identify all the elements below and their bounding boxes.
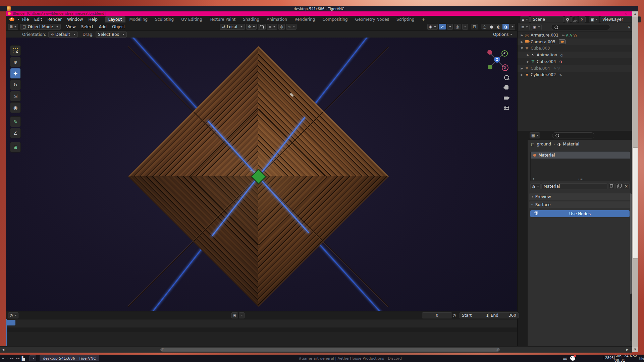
outliner-item-camera-005[interactable]: ▶Camera.005 [518, 39, 632, 45]
annotate-tool[interactable]: ✎ [10, 116, 21, 127]
keyboard-layout-indicator[interactable]: us [563, 356, 567, 361]
anim-gray-icon[interactable]: ∿ [553, 66, 556, 70]
outliner-item-cube-003[interactable]: ▼▼Cube.003 [518, 45, 632, 52]
workspace-tab-sculpting[interactable]: Sculpting [152, 16, 177, 22]
scroll-left-arrow-icon[interactable]: ◀ [2, 348, 4, 351]
gizmo-y-negative-ball[interactable] [488, 65, 492, 69]
show-gizmo-toggle[interactable]: ↗ [439, 24, 446, 29]
cursor-tool[interactable]: ⊕ [10, 57, 21, 67]
hscroll-thumb[interactable]: ⁄⁄⁄⁄⁄⁄ [160, 348, 500, 352]
properties-search-input[interactable] [552, 132, 594, 138]
timeline-tracks[interactable] [6, 327, 517, 347]
proportional-falloff-dropdown[interactable]: ∿ [286, 24, 296, 30]
editor-type-button[interactable]: ⊞ [8, 24, 18, 30]
outliner-item-animation[interactable]: ▶∿Animation◇ [518, 52, 632, 58]
grip-icon[interactable]: :::: [578, 177, 584, 180]
shading-wireframe-button[interactable]: ◌ [481, 24, 488, 29]
outliner-item-cylinder-002[interactable]: ▶▼Cylinder.002∿ [518, 71, 632, 78]
add-cube-tool[interactable]: ⊞ [10, 142, 21, 153]
shading-material-button[interactable]: ◐ [495, 24, 502, 29]
keyframe-icon[interactable]: ◇ [560, 53, 563, 57]
taskbar-task-discord[interactable]: #game-art-general | AetherHouse Producti… [295, 355, 405, 361]
pager-icon-2[interactable]: ⁚· [6, 357, 8, 360]
expand-icon[interactable]: ▶ [520, 40, 524, 44]
select-box-tool[interactable] [10, 45, 21, 56]
pivot-point-dropdown[interactable]: ⊙ [246, 24, 256, 30]
outliner-item-armature-001[interactable]: ▶ЖArmature.001↪ΛΛV₂ [518, 32, 632, 39]
frame-end-field[interactable]: End360 [488, 312, 519, 318]
measure-tool[interactable]: ∠ [10, 128, 21, 138]
menu-render[interactable]: Render [45, 16, 64, 22]
vscroll-thumb[interactable] [633, 147, 638, 259]
breadcrumb-material[interactable]: Material [563, 142, 579, 146]
xray-toggle[interactable]: ⊡ [471, 24, 478, 29]
properties-editor-type-button[interactable]: ▤ [530, 132, 540, 138]
material-slot-row[interactable]: ● Material [531, 152, 630, 159]
material-name-field[interactable]: Material [541, 183, 607, 189]
shading-dropdown[interactable] [509, 24, 515, 30]
files-icon[interactable]: ▙ [22, 356, 25, 361]
drag-mode-dropdown[interactable]: Select Box [96, 32, 127, 38]
vnc-horizontal-scrollbar[interactable]: ◀ ⁄⁄⁄⁄⁄⁄ ▶ [0, 346, 632, 353]
shading-solid-button[interactable]: ● [488, 24, 495, 29]
show-overlays-toggle[interactable]: ◎ [454, 24, 461, 29]
outliner-item-cube-004[interactable]: ▶▽Cube.004◑ [518, 58, 632, 65]
taskbar-task-vnc[interactable]: desktop-541c686 - TigerVNC [40, 355, 99, 361]
taskbar-collapse-button[interactable] [29, 355, 36, 361]
breadcrumb-object[interactable]: ground [537, 142, 551, 146]
active-camera-badge-icon[interactable] [559, 39, 566, 44]
surface-panel-header[interactable]: ›Surface [529, 201, 631, 208]
viewport-canvas[interactable]: X Y Z [6, 38, 517, 311]
workspace-tab-+[interactable]: + [418, 16, 428, 22]
snap-settings-dropdown[interactable]: ≡ [267, 24, 277, 30]
blender-window-titlebar[interactable]: Blender [C:\Users\aww\blender\dreamrecre… [6, 11, 632, 16]
new-scene-button[interactable] [571, 16, 578, 22]
workspace-tab-shading[interactable]: Shading [239, 16, 263, 22]
mode-selector[interactable]: ▢ Object Mode [20, 24, 61, 30]
scroll-down-arrow-icon[interactable]: ▼ [632, 347, 638, 352]
workspace-tab-rendering[interactable]: Rendering [291, 16, 318, 22]
scroll-right-arrow-icon[interactable]: ▶ [626, 348, 629, 351]
vgroup-icon[interactable]: V₂ [573, 34, 577, 37]
viewlayer-icon[interactable]: ▣ [589, 16, 599, 22]
use-nodes-button[interactable]: Use Nodes [530, 210, 630, 217]
workspace-tab-geometry-nodes[interactable]: Geometry Nodes [352, 16, 392, 22]
move-tool[interactable]: + [10, 68, 21, 79]
pan-control[interactable] [503, 85, 510, 90]
outliner-display-mode-dropdown[interactable]: ≡ [520, 24, 530, 30]
scene-name-field[interactable]: Scene [530, 16, 564, 22]
expand-icon[interactable]: ▶ [520, 73, 524, 76]
pin-scene-button[interactable] [565, 16, 571, 22]
unlink-material-button[interactable]: × [623, 183, 630, 189]
current-frame-field[interactable]: 0 [422, 312, 452, 318]
expand-icon[interactable]: ▶ [526, 60, 530, 63]
tool-options-dropdown[interactable]: Options [493, 32, 512, 37]
auto-keying-toggle[interactable]: ◉ [231, 312, 238, 318]
vnc-window-titlebar[interactable]: desktop-541c686 - TigerVNC [0, 6, 638, 11]
scale-tool[interactable]: ⇲ [10, 91, 21, 102]
expander-icon[interactable]: ▸ [533, 177, 535, 180]
timeline-ruler[interactable] [6, 319, 517, 328]
new-material-button[interactable] [615, 183, 622, 189]
outliner-item-cube-004[interactable]: ▶▼Cube.004∿▽ [518, 65, 632, 72]
tool-orientation-dropdown[interactable]: ⊹Default [48, 32, 78, 38]
anim-icon[interactable]: ∿ [559, 73, 562, 77]
workspace-tab-animation[interactable]: Animation [263, 16, 290, 22]
scroll-up-arrow-icon[interactable]: ▲ [632, 11, 638, 17]
outliner-filter-icon[interactable]: ∇ [628, 25, 630, 29]
expand-icon[interactable]: ▶ [526, 53, 530, 57]
workspace-tab-layout[interactable]: Layout [105, 16, 125, 22]
fake-user-button[interactable] [608, 183, 615, 189]
unlink-scene-button[interactable]: × [579, 16, 585, 22]
transform-orientation-dropdown[interactable]: ⇄Local [220, 24, 245, 30]
stopwatch-icon[interactable]: ◔ [453, 313, 456, 317]
snap-toggle[interactable] [258, 24, 266, 30]
preview-panel-header[interactable]: ›Preview [529, 193, 631, 200]
transform-tool[interactable]: ◉ [10, 102, 21, 113]
pager-icon-4[interactable]: ▪▪ [15, 357, 19, 360]
workspace-tab-uv-editing[interactable]: UV Editing [178, 16, 206, 22]
proportional-editing-toggle[interactable]: ◎ [278, 24, 285, 30]
shading-rendered-button[interactable]: ◑ [502, 24, 509, 29]
window-controls[interactable]: – × [618, 11, 629, 16]
gizmo-y-positive-ball[interactable]: Y [501, 50, 508, 57]
